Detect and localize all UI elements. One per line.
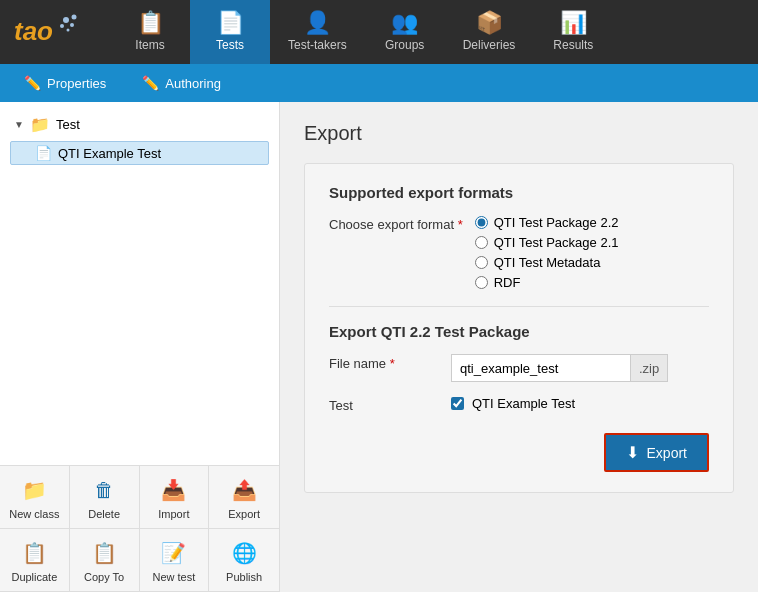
svg-point-3 [70, 23, 74, 27]
nav-item-tests[interactable]: 📄 Tests [190, 0, 270, 64]
svg-point-1 [63, 17, 69, 23]
delete-button[interactable]: 🗑 Delete [70, 466, 140, 529]
copy-to-label: Copy To [84, 571, 124, 583]
duplicate-label: Duplicate [11, 571, 57, 583]
format-qtimeta-label: QTI Test Metadata [494, 255, 601, 270]
file-input-row: .zip [451, 354, 668, 382]
nav-item-test-takers[interactable]: 👤 Test-takers [270, 0, 365, 64]
radio-qti22[interactable] [475, 216, 488, 229]
doc-icon: 📄 [35, 145, 52, 161]
package-section-title: Export QTI 2.2 Test Package [329, 323, 709, 340]
page-title: Export [304, 122, 734, 145]
format-option-qti22[interactable]: QTI Test Package 2.2 [475, 215, 619, 230]
nav-items-list: 📋 Items 📄 Tests 👤 Test-takers 👥 Groups 📦… [110, 0, 758, 64]
format-qti21-label: QTI Test Package 2.1 [494, 235, 619, 250]
section-divider [329, 306, 709, 307]
folder-icon: 📁 [30, 115, 50, 134]
export-card: Supported export formats Choose export f… [304, 163, 734, 493]
format-option-qti21[interactable]: QTI Test Package 2.1 [475, 235, 619, 250]
format-label: Choose export format * [329, 215, 463, 232]
delete-label: Delete [88, 508, 120, 520]
filename-row: File name * .zip [329, 354, 709, 382]
test-row-container: Test QTI Example Test [329, 396, 709, 413]
nav-label-groups: Groups [385, 38, 424, 52]
tree-root[interactable]: ▼ 📁 Test [10, 112, 269, 137]
action-grid: 📁 New class 🗑 Delete 📥 Import 📤 Export 📋… [0, 465, 279, 592]
logo-svg: tao [12, 12, 82, 52]
test-takers-icon: 👤 [304, 12, 331, 34]
radio-qti21[interactable] [475, 236, 488, 249]
formats-section-title: Supported export formats [329, 184, 709, 201]
copy-to-button[interactable]: 📋 Copy To [70, 529, 140, 592]
import-label: Import [158, 508, 189, 520]
tests-icon: 📄 [217, 12, 244, 34]
test-item-label: QTI Example Test [472, 396, 575, 411]
new-class-icon: 📁 [22, 478, 47, 502]
nav-item-deliveries[interactable]: 📦 Deliveries [445, 0, 534, 64]
import-icon: 📥 [161, 478, 186, 502]
groups-icon: 👥 [391, 12, 418, 34]
nav-label-test-takers: Test-takers [288, 38, 347, 52]
sub-nav-properties-label: Properties [47, 76, 106, 91]
filename-label: File name * [329, 354, 439, 371]
format-option-rdf[interactable]: RDF [475, 275, 619, 290]
new-class-button[interactable]: 📁 New class [0, 466, 70, 529]
publish-label: Publish [226, 571, 262, 583]
new-test-label: New test [152, 571, 195, 583]
pencil2-icon: ✏️ [142, 75, 159, 91]
tree-arrow-icon: ▼ [14, 119, 24, 130]
results-icon: 📊 [560, 12, 587, 34]
tree-item-label: QTI Example Test [58, 146, 161, 161]
sub-nav-authoring[interactable]: ✏️ Authoring [134, 69, 229, 97]
radio-rdf[interactable] [475, 276, 488, 289]
sub-nav-properties[interactable]: ✏️ Properties [16, 69, 114, 97]
deliveries-icon: 📦 [476, 12, 503, 34]
new-test-icon: 📝 [161, 541, 186, 565]
sidebar: ▼ 📁 Test 📄 QTI Example Test 📁 New class … [0, 102, 280, 592]
filename-required: * [390, 356, 395, 371]
nav-item-items[interactable]: 📋 Items [110, 0, 190, 64]
duplicate-icon: 📋 [22, 541, 47, 565]
export-label: Export [228, 508, 260, 520]
svg-text:tao: tao [14, 16, 53, 46]
items-icon: 📋 [137, 12, 164, 34]
format-qti22-label: QTI Test Package 2.2 [494, 215, 619, 230]
export-btn-row: ⬇ Export [329, 433, 709, 472]
format-radio-group: QTI Test Package 2.2 QTI Test Package 2.… [475, 215, 619, 290]
new-class-label: New class [9, 508, 59, 520]
top-navigation: tao 📋 Items 📄 Tests 👤 Test-takers 👥 Grou… [0, 0, 758, 64]
copy-to-icon: 📋 [92, 541, 117, 565]
test-item-row: QTI Example Test [451, 396, 575, 411]
new-test-button[interactable]: 📝 New test [140, 529, 210, 592]
required-marker: * [458, 217, 463, 232]
format-option-qtimeta[interactable]: QTI Test Metadata [475, 255, 619, 270]
nav-item-groups[interactable]: 👥 Groups [365, 0, 445, 64]
nav-label-items: Items [135, 38, 164, 52]
duplicate-button[interactable]: 📋 Duplicate [0, 529, 70, 592]
publish-button[interactable]: 🌐 Publish [209, 529, 279, 592]
test-checkbox[interactable] [451, 397, 464, 410]
radio-qtimeta[interactable] [475, 256, 488, 269]
tree-item-qti[interactable]: 📄 QTI Example Test [10, 141, 269, 165]
format-row: Choose export format * QTI Test Package … [329, 215, 709, 290]
filename-input[interactable] [451, 354, 631, 382]
publish-icon: 🌐 [232, 541, 257, 565]
import-button[interactable]: 📥 Import [140, 466, 210, 529]
nav-label-tests: Tests [216, 38, 244, 52]
sub-nav-authoring-label: Authoring [165, 76, 221, 91]
nav-item-results[interactable]: 📊 Results [533, 0, 613, 64]
delete-icon: 🗑 [94, 479, 114, 502]
svg-point-4 [60, 24, 64, 28]
sub-navigation: ✏️ Properties ✏️ Authoring [0, 64, 758, 102]
nav-label-results: Results [553, 38, 593, 52]
test-label: Test [329, 396, 439, 413]
export-submit-button[interactable]: ⬇ Export [604, 433, 709, 472]
svg-point-5 [67, 29, 70, 32]
content-area: Export Supported export formats Choose e… [280, 102, 758, 592]
nav-label-deliveries: Deliveries [463, 38, 516, 52]
export-icon: 📤 [232, 478, 257, 502]
export-button[interactable]: 📤 Export [209, 466, 279, 529]
format-rdf-label: RDF [494, 275, 521, 290]
download-icon: ⬇ [626, 443, 639, 462]
main-layout: ▼ 📁 Test 📄 QTI Example Test 📁 New class … [0, 102, 758, 592]
